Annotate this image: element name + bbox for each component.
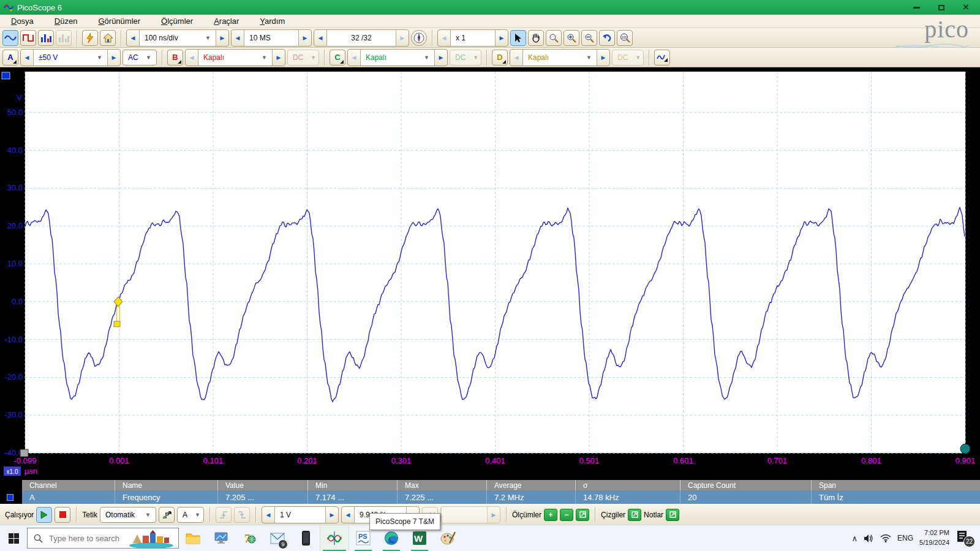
taskbar-file-explorer[interactable] (179, 525, 207, 551)
select-tool-button[interactable] (510, 30, 526, 46)
trigger-level-down-icon[interactable]: ◀ (262, 507, 274, 523)
channel-b-button[interactable]: B (167, 50, 183, 66)
taskbar-mail-app[interactable]: 9 (263, 525, 292, 551)
channel-b-range-spinner[interactable]: ◀ Kapalı ▼ ▶ (185, 49, 285, 66)
left-axis-handle[interactable] (20, 449, 28, 457)
samples-prev-icon[interactable]: ◀ (232, 30, 244, 46)
home-settings-button[interactable] (100, 30, 116, 46)
notification-center[interactable]: 22 (956, 528, 974, 549)
channel-c-range-field[interactable]: Kapalı ▼ (360, 50, 435, 66)
taskbar-7zip-app[interactable]: 7 (235, 525, 263, 551)
menu-duzen[interactable]: Düzen (55, 17, 78, 26)
samples-field[interactable]: 10 MS (244, 30, 299, 46)
buffer-next-icon[interactable]: ▶ (396, 30, 409, 46)
zoom-out-button[interactable] (581, 30, 597, 46)
persistence-view-button[interactable] (56, 30, 72, 46)
channel-d-range-spinner[interactable]: ◀ Kapalı ▼ ▶ (510, 49, 610, 66)
undo-zoom-button[interactable] (599, 30, 615, 46)
channel-a-button[interactable]: A (2, 50, 18, 66)
menu-gorunumler[interactable]: Görünümler (98, 17, 140, 26)
timebase-field[interactable]: 100 ns/div ▼ (139, 30, 216, 46)
menu-araclar[interactable]: Araçlar (214, 17, 239, 26)
zoom-factor-spinner[interactable]: ◀ x 1 ▶ (437, 29, 508, 47)
add-measurement-button[interactable]: + (544, 509, 557, 521)
channel-b-coupling-dropdown[interactable]: DC ▼ (287, 50, 319, 66)
trigger-level-field[interactable]: 1 V (274, 507, 326, 523)
zoom-factor-field[interactable]: x 1 (450, 30, 496, 46)
taskbar-phone-app[interactable] (292, 525, 320, 551)
timebase-next-icon[interactable]: ▶ (216, 30, 228, 46)
channel-d-button[interactable]: D (492, 50, 508, 66)
search-highlight-image[interactable] (127, 530, 176, 548)
remove-measurement-button[interactable]: − (560, 509, 573, 521)
channel-b-range-prev-icon[interactable]: ◀ (186, 50, 198, 66)
taskbar-picoscope6-app[interactable] (320, 525, 349, 551)
edit-measurement-button[interactable] (576, 509, 589, 521)
trigger-mode-dropdown[interactable]: Otomatik ▼ (100, 507, 156, 523)
samples-spinner[interactable]: ◀ 10 MS ▶ (231, 29, 312, 47)
wifi-icon[interactable] (880, 534, 891, 542)
tray-chevron-icon[interactable]: ∧ (852, 534, 858, 543)
search-input[interactable] (48, 533, 130, 544)
channel-d-range-field[interactable]: Kapalı ▼ (522, 50, 597, 66)
taskbar-display-app[interactable] (207, 525, 235, 551)
buffer-field[interactable]: 32 /32 (326, 30, 396, 46)
zoom-prev-icon[interactable]: ◀ (438, 30, 450, 46)
buffer-navigator-button[interactable] (411, 30, 427, 46)
zoom-100-button[interactable]: 100 (617, 30, 633, 46)
trigger-level-up-icon[interactable]: ▶ (326, 507, 338, 523)
channel-a-range-next-icon[interactable]: ▶ (108, 50, 120, 66)
rising-edge-button[interactable] (216, 507, 232, 523)
buffer-spinner[interactable]: ◀ 32 /32 ▶ (314, 29, 409, 47)
math-channels-button[interactable] (654, 50, 670, 66)
samples-next-icon[interactable]: ▶ (299, 30, 311, 46)
channel-d-coupling-dropdown[interactable]: DC ▼ (612, 50, 644, 66)
pan-tool-button[interactable] (528, 30, 544, 46)
taskbar-search[interactable] (27, 528, 179, 549)
channel-c-range-next-icon[interactable]: ▶ (435, 50, 447, 66)
channel-c-range-prev-icon[interactable]: ◀ (348, 50, 360, 66)
stop-capture-button[interactable] (55, 507, 70, 523)
menu-yardim[interactable]: Yardım (260, 17, 285, 26)
start-capture-button[interactable] (36, 507, 52, 523)
spectrum-view-button[interactable] (38, 30, 54, 46)
advanced-trigger-button[interactable] (159, 507, 175, 523)
language-indicator[interactable]: ENG (897, 534, 913, 542)
measurements-table[interactable]: Channel Name Value Min Max Average σ Cap… (0, 480, 980, 504)
channel-a-range-prev-icon[interactable]: ◀ (21, 50, 33, 66)
channel-b-range-next-icon[interactable]: ▶ (273, 50, 285, 66)
minimize-button[interactable] (913, 7, 920, 9)
timebase-spinner[interactable]: ◀ 100 ns/div ▼ ▶ (126, 29, 229, 47)
channel-b-range-field[interactable]: Kapalı ▼ (198, 50, 273, 66)
channel-a-coupling-dropdown[interactable]: AC ▼ (123, 50, 157, 66)
menu-dosya[interactable]: Dosya (11, 17, 34, 26)
close-button[interactable]: × (963, 3, 969, 12)
trigger-level-spinner[interactable]: ◀ 1 V ▶ (262, 506, 339, 523)
buffer-prev-icon[interactable]: ◀ (314, 30, 326, 46)
falling-edge-button[interactable] (234, 507, 250, 523)
right-scroll-handle[interactable] (960, 444, 970, 454)
zoom-in-button[interactable] (564, 30, 579, 46)
maximize-button[interactable] (938, 5, 944, 10)
zoom-tool-button[interactable] (546, 30, 562, 46)
notes-button[interactable] (666, 509, 679, 521)
channel-d-range-prev-icon[interactable]: ◀ (510, 50, 522, 66)
plot-svg[interactable]: V50.040.030.020.010.00.0-10.0-20.0-30.0-… (0, 67, 980, 480)
scope-display[interactable]: V50.040.030.020.010.00.0-10.0-20.0-30.0-… (0, 67, 980, 480)
channel-c-button[interactable]: C (330, 50, 345, 66)
channel-c-range-spinner[interactable]: ◀ Kapalı ▼ ▶ (347, 49, 448, 66)
menu-olcumler[interactable]: Ölçümler (161, 17, 193, 26)
channel-c-coupling-dropdown[interactable]: DC ▼ (450, 50, 481, 66)
square-wave-view-button[interactable] (20, 30, 36, 46)
measurement-row[interactable]: A Frequency 7.205 ... 7.174 ... 7.225 ..… (22, 490, 980, 504)
start-button[interactable] (0, 525, 27, 551)
channel-a-range-spinner[interactable]: ◀ ±50 V ▼ ▶ (20, 49, 121, 66)
trigger-source-dropdown[interactable]: A ▼ (177, 507, 204, 523)
scope-view-button[interactable] (2, 30, 18, 46)
channel-a-range-field[interactable]: ±50 V ▼ (33, 50, 108, 66)
speaker-icon[interactable] (864, 534, 874, 543)
channel-d-range-next-icon[interactable]: ▶ (597, 50, 609, 66)
pretrigger-down-icon[interactable]: ◀ (342, 507, 354, 523)
zoom-next-icon[interactable]: ▶ (496, 30, 508, 46)
taskbar-clock[interactable]: 7:02 PM 5/19/2024 (919, 528, 949, 548)
